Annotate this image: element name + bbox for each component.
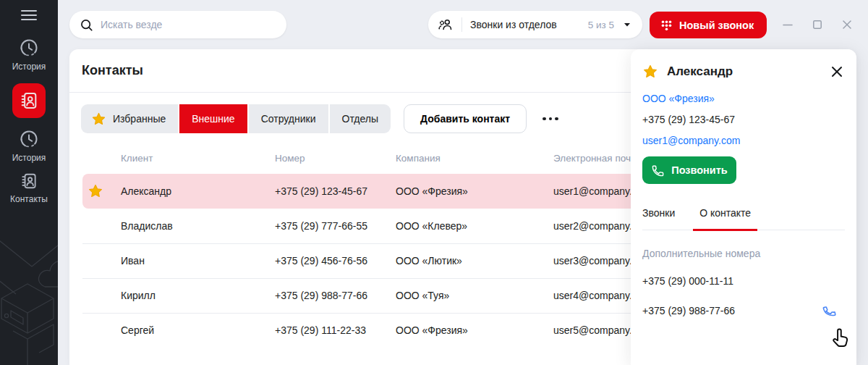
panel-phone: +375 (29) 123-45-67: [642, 114, 845, 125]
filter-tab-label: Сотрудники: [261, 113, 316, 125]
extra-number: +375 (29) 988-77-66: [642, 305, 735, 316]
sidebar-item-label: История: [12, 153, 46, 163]
sidebar-item-history-2[interactable]: История: [0, 129, 58, 163]
contact-name: Владислав: [121, 220, 275, 232]
contact-name: Кирилл: [121, 290, 275, 301]
favorites-star-icon: [91, 112, 106, 127]
filter-segmented-control: Избранные Внешние Сотрудники: [81, 104, 391, 133]
new-call-label: Новый звонок: [679, 20, 754, 31]
contact-phone: +375 (29) 988-77-66: [275, 290, 396, 301]
extra-numbers-list: +375 (29) 000-11-11 +375 (29) 988-77-66: [642, 273, 845, 319]
column-client: Клиент: [121, 153, 275, 164]
menu-icon[interactable]: [21, 9, 37, 21]
panel-tabs: Звонки О контакте: [642, 207, 845, 230]
contact-company: ООО «Лютик»: [396, 255, 553, 267]
dialpad-icon: [660, 19, 673, 32]
panel-contact-name: Александр: [667, 64, 820, 79]
extra-numbers-title: Дополнительные номера: [642, 248, 845, 259]
contact-name: Александр: [121, 185, 275, 197]
sidebar-item-history-1[interactable]: История: [0, 38, 58, 72]
new-call-button[interactable]: Новый звонок: [650, 12, 767, 38]
contact-company: ООО «Фрезия»: [396, 185, 553, 197]
close-icon[interactable]: [829, 64, 845, 80]
window-maximize-icon[interactable]: [812, 19, 823, 30]
column-company: Компания: [396, 153, 553, 164]
filter-tab[interactable]: Сотрудники: [249, 104, 328, 133]
filter-tab[interactable]: Избранные: [81, 104, 178, 133]
window-minimize-icon[interactable]: [782, 19, 793, 30]
sidebar-item-contacts-active[interactable]: [12, 83, 46, 118]
divider: [461, 17, 462, 32]
sidebar: История История: [0, 0, 58, 365]
extra-number-row[interactable]: +375 (29) 988-77-66: [642, 303, 845, 319]
panel-email-link[interactable]: user1@company.com: [642, 135, 845, 146]
phone-icon: [651, 164, 665, 177]
contact-phone: +375 (29) 456-76-56: [275, 255, 396, 267]
favorite-star-icon[interactable]: [642, 64, 658, 80]
panel-company-link[interactable]: ООО «Фрезия»: [642, 93, 845, 104]
sidebar-decoration: [0, 230, 58, 365]
contact-company: ООО «Туя»: [396, 290, 553, 301]
filter-tab-label: Отделы: [342, 113, 379, 125]
topbar: Звонки из отделов 5 из 5 Новый звонок: [58, 0, 868, 49]
contact-phone: +375 (29) 777-66-55: [275, 220, 396, 232]
call-number-phone-icon[interactable]: [822, 304, 836, 318]
add-contact-button[interactable]: Добавить контакт: [404, 104, 527, 133]
contact-book-icon: [19, 91, 39, 111]
contact-phone: +375 (29) 123-45-67: [275, 185, 396, 197]
extra-number: +375 (29) 000-11-11: [642, 275, 733, 287]
chevron-down-icon: [622, 20, 632, 30]
sidebar-item-label: Контакты: [10, 194, 48, 204]
sidebar-item-contacts[interactable]: Контакты: [0, 172, 58, 204]
filter-tab-label: Внешние: [192, 113, 234, 125]
contact-company: ООО «Фрезия»: [396, 324, 553, 336]
filter-tab-label: Избранные: [113, 113, 166, 125]
contact-phone: +375 (29) 111-22-33: [275, 324, 396, 336]
calls-filter-dropdown[interactable]: Звонки из отделов 5 из 5: [428, 11, 642, 38]
sidebar-item-label: История: [12, 62, 46, 72]
column-number: Номер: [275, 153, 396, 164]
panel-tab[interactable]: Звонки: [642, 207, 675, 230]
window-close-icon[interactable]: [841, 19, 853, 30]
clock-history-icon: [19, 129, 39, 149]
panel-tab[interactable]: О контакте: [699, 207, 751, 230]
contact-book-icon: [20, 172, 38, 190]
call-button[interactable]: Позвонить: [642, 156, 736, 184]
extra-number-row[interactable]: +375 (29) 000-11-11: [642, 273, 845, 289]
people-group-icon: [438, 17, 454, 33]
clock-history-icon: [19, 38, 39, 58]
filter-tab[interactable]: Внешние: [179, 104, 247, 133]
call-button-label: Позвонить: [671, 164, 728, 176]
search-input[interactable]: [101, 19, 276, 30]
page-title: Контакты: [82, 63, 143, 78]
contact-name: Сергей: [121, 324, 275, 336]
favorite-star-icon: [88, 183, 103, 199]
contact-company: ООО «Клевер»: [396, 220, 553, 232]
panel-header: Александр: [642, 64, 845, 80]
window-controls: [782, 19, 853, 30]
calls-filter-count: 5 из 5: [588, 20, 614, 30]
more-options-icon[interactable]: [538, 110, 563, 128]
search-icon: [80, 18, 93, 32]
calls-filter-label: Звонки из отделов: [470, 19, 557, 30]
contact-detail-panel: Александр ООО «Фрезия» +375 (29) 123-45-…: [631, 49, 856, 365]
search-box[interactable]: [69, 11, 286, 38]
filter-tab[interactable]: Отделы: [330, 104, 391, 133]
contact-name: Иван: [121, 255, 275, 267]
